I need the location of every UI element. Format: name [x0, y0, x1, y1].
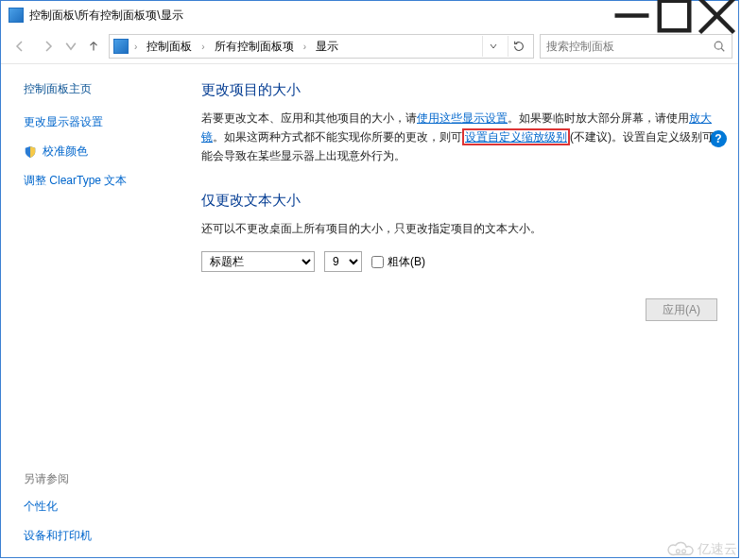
maximize-button[interactable] — [653, 2, 696, 29]
sidebar-item-label: 校准颜色 — [43, 144, 88, 160]
svg-line-5 — [721, 48, 724, 51]
see-also-header: 另请参阅 — [24, 471, 175, 487]
link-display-settings[interactable]: 使用这些显示设置 — [417, 111, 508, 125]
chevron-right-icon[interactable]: › — [302, 42, 308, 52]
back-button[interactable] — [7, 33, 33, 59]
apply-button[interactable]: 应用(A) — [646, 298, 717, 321]
section-title-text-only: 仅更改文本大小 — [201, 192, 717, 210]
minimize-button[interactable] — [611, 2, 653, 29]
search-input[interactable]: 搜索控制面板 — [540, 34, 732, 59]
chevron-right-icon[interactable]: › — [132, 42, 139, 52]
breadcrumb-root[interactable]: 控制面板 — [143, 39, 196, 55]
content-area: 更改项目的大小 若要更改文本、应用和其他项目的大小，请使用这些显示设置。如果要临… — [181, 64, 738, 557]
shield-icon — [24, 145, 37, 159]
up-button[interactable] — [80, 33, 107, 59]
cloud-icon — [667, 541, 694, 558]
breadcrumb-leaf[interactable]: 显示 — [312, 39, 342, 55]
svg-point-6 — [676, 550, 680, 553]
address-dropdown[interactable] — [482, 36, 504, 57]
recent-dropdown[interactable] — [63, 33, 78, 59]
sidebar: 控制面板主页 更改显示器设置 校准颜色 调整 ClearType 文本 另请参阅… — [1, 64, 181, 557]
svg-rect-1 — [660, 0, 690, 30]
watermark: 亿速云 — [667, 541, 737, 558]
sidebar-item-calibrate-color[interactable]: 校准颜色 — [24, 144, 175, 160]
bold-checkbox-label[interactable]: 粗体(B) — [371, 254, 425, 270]
forward-button[interactable] — [35, 33, 61, 59]
description-paragraph-1: 若要更改文本、应用和其他项目的大小，请使用这些显示设置。如果要临时放大部分屏幕，… — [201, 109, 717, 165]
bold-checkbox[interactable] — [371, 256, 384, 268]
close-button[interactable] — [696, 2, 738, 29]
description-paragraph-2: 还可以不更改桌面上所有项目的大小，只更改指定项目的文本大小。 — [201, 219, 717, 238]
app-icon — [9, 8, 24, 23]
see-also-personalization[interactable]: 个性化 — [24, 499, 175, 515]
sidebar-item-display-settings[interactable]: 更改显示器设置 — [24, 114, 175, 130]
section-title-resize: 更改项目的大小 — [201, 81, 717, 99]
window-title: 控制面板\所有控制面板项\显示 — [29, 8, 611, 24]
see-also-devices-printers[interactable]: 设备和打印机 — [24, 528, 175, 544]
navbar: › 控制面板 › 所有控制面板项 › 显示 搜索控制面板 — [1, 29, 738, 64]
search-icon — [713, 40, 726, 53]
address-bar[interactable]: › 控制面板 › 所有控制面板项 › 显示 — [109, 34, 534, 59]
control-panel-home-link[interactable]: 控制面板主页 — [24, 81, 175, 97]
control-panel-icon — [113, 39, 129, 54]
search-placeholder: 搜索控制面板 — [546, 39, 713, 55]
svg-point-4 — [715, 42, 722, 49]
breadcrumb-mid[interactable]: 所有控制面板项 — [211, 39, 298, 55]
svg-point-7 — [682, 550, 686, 553]
bold-label: 粗体(B) — [388, 254, 425, 270]
item-select[interactable]: 标题栏 — [201, 251, 315, 272]
refresh-button[interactable] — [508, 36, 529, 57]
sidebar-item-cleartype[interactable]: 调整 ClearType 文本 — [24, 173, 175, 189]
chevron-right-icon[interactable]: › — [199, 42, 206, 52]
titlebar: 控制面板\所有控制面板项\显示 — [1, 1, 738, 29]
link-custom-scaling[interactable]: 设置自定义缩放级别 — [462, 128, 570, 145]
size-select[interactable]: 9 — [324, 251, 362, 272]
